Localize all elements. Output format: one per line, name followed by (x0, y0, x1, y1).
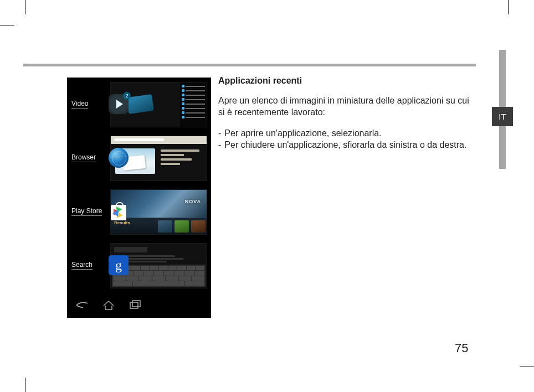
device-screenshot: 2 Video Browser (67, 78, 211, 318)
section-rule (23, 64, 476, 66)
recent-app-label: Play Store (71, 207, 102, 215)
body-text: Applicazioni recenti Apre un elenco di i… (218, 75, 473, 151)
crop-mark (25, 378, 25, 392)
instruction-item: Per aprire un'applicazione, selezionarla… (218, 127, 473, 140)
instruction-item: Per chiudere un'applicazione, sfiorarla … (218, 139, 473, 151)
recent-app-playstore[interactable]: Play Store (67, 185, 211, 239)
recent-app-browser[interactable]: Browser (67, 131, 211, 185)
intro-paragraph: Apre un elenco di immagini in miniatura … (218, 95, 473, 118)
section-heading: Applicazioni recenti (218, 75, 473, 87)
recent-app-label: Search (71, 261, 93, 269)
recent-app-label: Video (71, 100, 88, 107)
recent-app-label: Browser (71, 153, 96, 161)
notification-badge: 2 (123, 92, 131, 100)
svg-rect-1 (132, 301, 140, 307)
video-play-icon: 2 (109, 94, 129, 114)
recent-app-search[interactable]: g Search (67, 239, 211, 292)
page-number: 75 (455, 341, 468, 355)
language-tab: IT (492, 107, 513, 126)
crop-mark (520, 367, 534, 367)
google-icon: g (109, 255, 129, 275)
home-icon[interactable] (101, 299, 116, 311)
back-icon[interactable] (75, 299, 89, 311)
recent-apps-icon[interactable] (128, 299, 142, 311)
instruction-list: Per aprire un'applicazione, selezionarla… (218, 127, 473, 151)
globe-icon (109, 148, 129, 168)
recent-app-video[interactable]: 2 Video (67, 78, 211, 131)
recent-apps-list: 2 Video Browser (67, 78, 211, 292)
system-navbar (67, 292, 211, 318)
crop-mark (508, 0, 509, 14)
svg-rect-0 (130, 302, 138, 308)
play-store-icon (109, 202, 129, 221)
crop-mark (25, 0, 25, 14)
crop-mark (0, 25, 14, 25)
